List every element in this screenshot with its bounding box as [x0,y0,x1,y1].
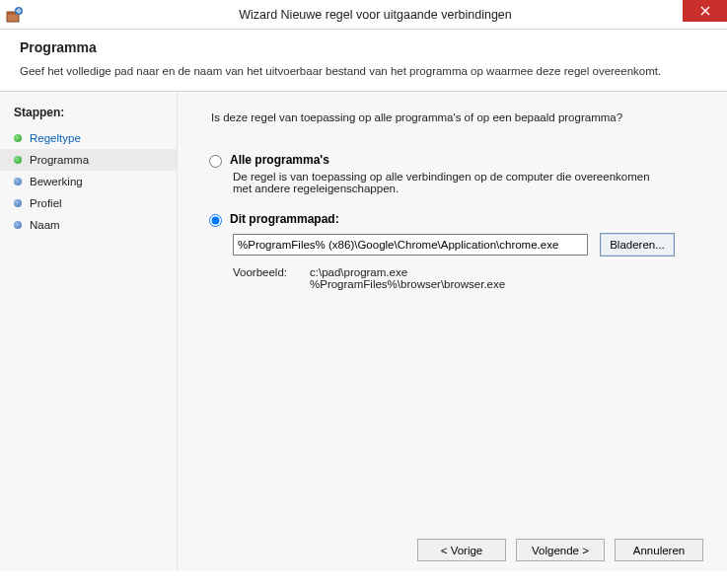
step-bullet-icon [14,178,22,185]
option-label: Alle programma's [230,153,329,167]
radio-all-programs[interactable] [209,155,222,168]
program-path-input[interactable] [233,234,588,256]
sidebar-item-label: Profiel [30,197,62,209]
close-button[interactable] [683,0,727,22]
steps-sidebar: Stappen: Regeltype Programma Bewerking P… [0,92,178,571]
sidebar-item-label: Regeltype [30,132,81,144]
wizard-main: Is deze regel van toepassing op alle pro… [178,92,727,571]
back-button[interactable]: < Vorige [417,539,506,561]
firewall-icon [6,6,24,24]
step-bullet-icon [14,221,22,229]
wizard-footer: < Vorige Volgende > Annuleren [211,525,703,561]
steps-title: Stappen: [0,102,177,127]
step-bullet-icon [14,134,22,142]
option-program-path[interactable]: Dit programmapad: [209,212,703,227]
sidebar-item-programma[interactable]: Programma [0,149,177,171]
titlebar: Wizard Nieuwe regel voor uitgaande verbi… [0,0,727,30]
sidebar-item-bewerking[interactable]: Bewerking [0,171,177,192]
next-button[interactable]: Volgende > [516,539,605,561]
option-all-desc: De regel is van toepassing op alle verbi… [233,171,657,194]
question-text: Is deze regel van toepassing op alle pro… [211,111,703,123]
sidebar-item-label: Naam [30,219,60,231]
sidebar-item-profiel[interactable]: Profiel [0,192,177,214]
page-subtitle: Geef het volledige pad naar en de naam v… [20,65,707,77]
step-bullet-icon [14,156,22,164]
page-title: Programma [20,39,707,55]
sidebar-item-label: Bewerking [30,176,83,187]
option-label: Dit programmapad: [230,212,339,226]
wizard-header: Programma Geef het volledige pad naar en… [0,30,727,92]
sidebar-item-regeltype[interactable]: Regeltype [0,127,177,149]
browse-button[interactable]: Bladeren... [600,233,675,257]
close-icon [700,6,710,16]
example-label: Voorbeeld: [233,266,310,290]
window-title: Wizard Nieuwe regel voor uitgaande verbi… [24,8,727,22]
sidebar-item-naam[interactable]: Naam [0,214,177,236]
step-bullet-icon [14,199,22,207]
sidebar-item-label: Programma [30,154,89,166]
cancel-button[interactable]: Annuleren [615,539,703,561]
radio-program-path[interactable] [209,214,222,227]
example-value: c:\pad\program.exe %ProgramFiles%\browse… [310,266,505,290]
option-all-programs[interactable]: Alle programma's [209,153,703,168]
